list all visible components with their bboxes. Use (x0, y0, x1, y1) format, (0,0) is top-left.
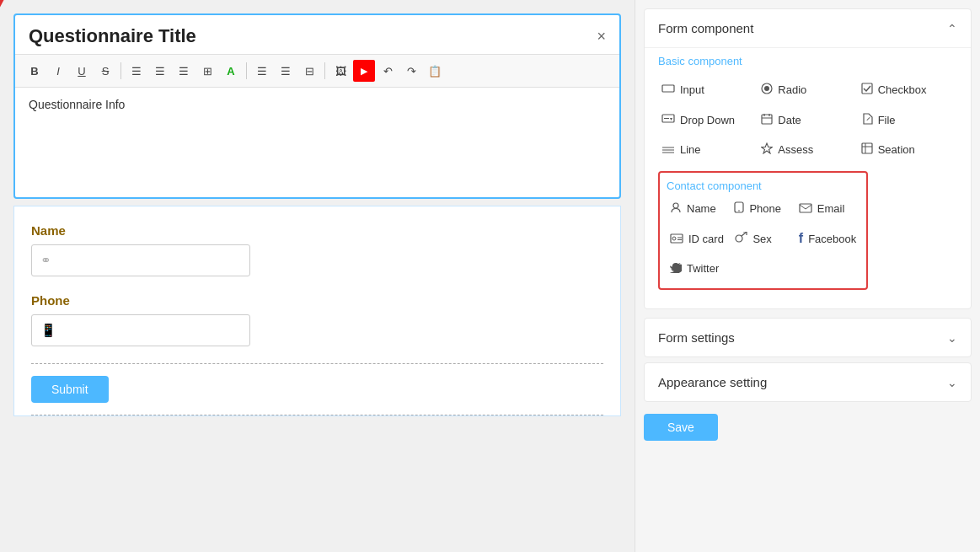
component-radio[interactable]: Radio (758, 76, 857, 104)
component-seation[interactable]: Seation (858, 137, 957, 163)
checkbox-label: Checkbox (878, 83, 927, 96)
grid-button[interactable]: ⊞ (196, 60, 218, 82)
component-assess[interactable]: Assess (758, 137, 857, 163)
form-title: Questionnaire Title (29, 25, 196, 47)
close-button[interactable]: × (597, 29, 606, 44)
contact-twitter-icon (670, 261, 682, 276)
seation-label: Seation (878, 143, 915, 156)
line-label: Line (680, 143, 701, 156)
dropdown-label: Drop Down (680, 114, 735, 126)
image-button[interactable]: 🖼 (329, 60, 351, 82)
assess-label: Assess (778, 143, 813, 156)
redo-button[interactable]: ↷ (400, 60, 422, 82)
align-right-button[interactable]: ☰ (173, 60, 195, 82)
contact-email-label: Email (817, 202, 845, 215)
name-field-group: Name ⚭ (31, 223, 603, 276)
svg-point-21 (739, 210, 741, 212)
form-settings-label: Form settings (658, 330, 735, 345)
right-panel: Form component ⌃ Basic component Input R… (635, 0, 980, 552)
svg-rect-16 (862, 143, 872, 153)
component-date[interactable]: Date (758, 107, 857, 133)
checkbox-icon (861, 83, 873, 97)
input-icon (661, 82, 675, 98)
svg-rect-4 (862, 83, 872, 94)
contact-name[interactable]: Name (667, 196, 731, 222)
editor-header: Questionnaire Title × (15, 15, 619, 54)
file-label: File (878, 114, 896, 126)
basic-component-label: Basic component (658, 55, 957, 67)
contact-sex-label: Sex (752, 233, 771, 245)
appearance-setting-chevron: ⌄ (947, 376, 957, 389)
submit-button[interactable]: Submit (31, 376, 109, 403)
name-input[interactable]: ⚭ (31, 244, 250, 276)
contact-phone[interactable]: Phone (731, 196, 795, 222)
svg-point-27 (736, 235, 742, 242)
contact-component-box: Contact component Name Phone (658, 171, 868, 290)
appearance-setting-section: Appearance setting ⌄ (644, 362, 972, 402)
contact-idcard-icon (670, 232, 683, 246)
contact-component-button[interactable]: Contact component (667, 174, 762, 196)
form-component-header[interactable]: Form component ⌃ (645, 9, 971, 47)
line-icon (661, 142, 675, 157)
phone-field-group: Phone 📱 (31, 293, 603, 346)
file-icon (861, 113, 873, 127)
editor-text: Questionnaire Info (29, 98, 125, 111)
strikethrough-button[interactable]: S (94, 60, 116, 82)
form-component-body: Basic component Input Radio (645, 47, 971, 308)
phone-input[interactable]: 📱 (31, 314, 250, 346)
underline-button[interactable]: U (71, 60, 93, 82)
svg-line-11 (866, 117, 870, 121)
contact-phone-icon (734, 201, 744, 216)
editor-content[interactable]: Questionnaire Info (15, 88, 619, 197)
editor-toolbar: B I U S ☰ ☰ ☰ ⊞ A ☰ ☰ ⊟ 🖼 ▶ ↶ ↷ 📋 (15, 54, 619, 88)
basic-component-grid: Input Radio Checkbox (658, 76, 957, 163)
component-file[interactable]: File (858, 107, 957, 133)
contact-grid: Name Phone Email (667, 196, 860, 281)
list-unordered-button[interactable]: ☰ (251, 60, 273, 82)
component-checkbox[interactable]: Checkbox (858, 76, 957, 104)
svg-rect-1 (662, 85, 674, 92)
save-button[interactable]: Save (644, 414, 718, 441)
seation-icon (861, 142, 873, 157)
contact-sex-icon (734, 232, 747, 246)
copy-button[interactable]: 📋 (424, 60, 446, 82)
svg-line-28 (742, 232, 747, 236)
align-center-button[interactable]: ☰ (149, 60, 171, 82)
contact-email-icon (799, 201, 812, 216)
table-button[interactable]: ⊟ (298, 60, 320, 82)
contact-email[interactable]: Email (795, 196, 860, 222)
form-settings-header[interactable]: Form settings ⌄ (644, 318, 972, 357)
date-label: Date (778, 114, 801, 126)
name-label: Name (31, 223, 603, 238)
component-dropdown[interactable]: Drop Down (658, 107, 758, 133)
align-left-button[interactable]: ☰ (126, 60, 147, 82)
video-button[interactable]: ▶ (353, 60, 375, 82)
form-editor: Questionnaire Title × B I U S ☰ ☰ ☰ ⊞ A … (13, 13, 621, 199)
appearance-setting-label: Appearance setting (658, 375, 767, 389)
contact-facebook[interactable]: f Facebook (795, 225, 860, 252)
undo-button[interactable]: ↶ (377, 60, 399, 82)
italic-button[interactable]: I (47, 60, 69, 82)
component-line[interactable]: Line (658, 137, 758, 163)
form-body: Name ⚭ Phone 📱 Submit (13, 206, 621, 416)
date-icon (761, 113, 773, 127)
color-button[interactable]: A (220, 60, 242, 82)
contact-sex[interactable]: Sex (731, 225, 795, 252)
bold-button[interactable]: B (24, 60, 46, 82)
component-input[interactable]: Input (658, 76, 758, 104)
contact-twitter-label: Twitter (687, 262, 719, 275)
list-ordered-button[interactable]: ☰ (275, 60, 297, 82)
contact-twitter[interactable]: Twitter (667, 255, 731, 281)
name-icon: ⚭ (40, 253, 51, 268)
toolbar-sep-1 (120, 62, 121, 79)
appearance-setting-header[interactable]: Appearance setting ⌄ (644, 362, 972, 402)
svg-rect-22 (800, 204, 811, 212)
contact-facebook-icon: f (799, 231, 803, 246)
contact-idcard[interactable]: ID card (667, 225, 731, 252)
phone-label: Phone (31, 293, 603, 308)
svg-point-3 (764, 86, 769, 91)
submit-area: Submit (31, 363, 603, 415)
form-settings-section: Form settings ⌄ (644, 318, 972, 357)
form-component-title: Form component (658, 21, 753, 35)
contact-idcard-label: ID card (688, 233, 724, 245)
